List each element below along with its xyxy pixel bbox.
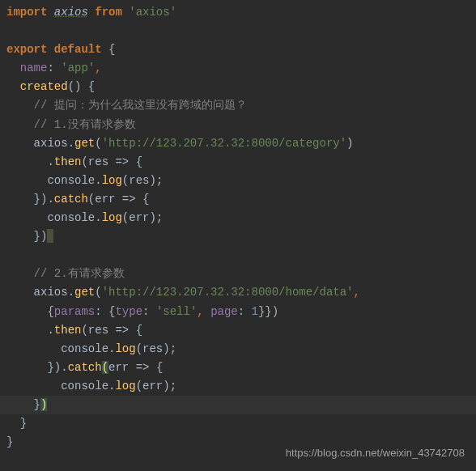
close-brace: } xyxy=(6,435,13,448)
comment: // 1.没有请求参数 xyxy=(34,118,136,131)
identifier-console: console xyxy=(61,380,108,392)
code-line xyxy=(6,246,470,265)
param-err: err xyxy=(108,361,129,374)
method-then: then xyxy=(54,155,82,168)
keyword-import: import xyxy=(6,6,47,19)
code-line: } xyxy=(6,414,470,433)
paren-brace: () { xyxy=(68,80,96,93)
code-line: .then(res => { xyxy=(6,153,470,172)
code-line: export default { xyxy=(6,40,470,59)
method-get: get xyxy=(74,137,95,150)
code-line: // 1.没有请求参数 xyxy=(6,116,470,134)
code-editor: import axios from 'axios' export default… xyxy=(6,3,470,452)
code-line: }) xyxy=(6,227,470,246)
prop-page: page xyxy=(210,305,238,318)
method-log: log xyxy=(102,174,122,187)
string-url: 'http://123.207.32.32:8000/home/data' xyxy=(102,286,354,299)
method-get: get xyxy=(74,286,95,299)
string-literal: 'app' xyxy=(61,62,95,74)
identifier-console: console xyxy=(61,342,108,355)
arrow: => { xyxy=(115,193,149,206)
param-res: res xyxy=(88,155,108,168)
identifier-console: console xyxy=(47,174,95,187)
identifier: axios xyxy=(34,137,68,150)
comment: // 提问：为什么我这里没有跨域的问题？ xyxy=(34,99,247,112)
method-catch: catch xyxy=(68,361,102,374)
method-log: log xyxy=(102,211,122,224)
number-literal: 1 xyxy=(252,305,258,318)
close-paren: }) xyxy=(34,230,48,243)
code-line: }).catch(err => { xyxy=(6,359,470,377)
prop-params: params xyxy=(54,305,95,318)
arrow: => { xyxy=(129,361,163,374)
code-line: console.log(res); xyxy=(6,172,470,190)
highlighted-paren: ) xyxy=(40,398,47,411)
highlighted-paren: ( xyxy=(102,361,108,374)
close-paren: }). xyxy=(47,361,67,374)
arrow: => { xyxy=(108,155,142,168)
code-line: }).catch(err => { xyxy=(6,190,470,209)
method-then: then xyxy=(54,324,82,337)
prop-type: type xyxy=(115,305,142,318)
param-res: res xyxy=(88,324,108,337)
code-line: console.log(res); xyxy=(6,340,470,359)
code-line: .then(res => { xyxy=(6,321,470,340)
module-name: axios xyxy=(54,6,88,19)
keyword-from: from xyxy=(95,6,122,19)
method-created: created xyxy=(20,80,68,93)
arrow: => { xyxy=(108,324,142,337)
code-line: import axios from 'axios' xyxy=(6,3,470,22)
method-catch: catch xyxy=(54,193,88,206)
code-line: }) xyxy=(6,396,470,414)
method-log: log xyxy=(115,380,135,392)
code-line: name: 'app', xyxy=(6,59,470,78)
string-literal: 'sell' xyxy=(156,305,197,318)
method-log: log xyxy=(115,342,135,355)
paren-arg: (err); xyxy=(136,380,176,392)
code-line: console.log(err); xyxy=(6,209,470,227)
prop-name: name xyxy=(20,62,48,74)
code-line xyxy=(6,22,470,40)
close-brace: } xyxy=(20,417,27,430)
close-paren: }). xyxy=(34,193,54,206)
identifier: axios xyxy=(34,286,68,299)
param-err: err xyxy=(95,193,115,206)
code-line: created() { xyxy=(6,78,470,96)
code-line: console.log(err); xyxy=(6,377,470,396)
brace: { xyxy=(102,43,116,56)
identifier-console: console xyxy=(47,211,95,224)
code-line: axios.get('http://123.207.32.32:8000/hom… xyxy=(6,283,470,302)
code-line: axios.get('http://123.207.32.32:8000/cat… xyxy=(6,134,470,153)
paren-arg: (res); xyxy=(122,174,163,187)
watermark: https://blog.csdn.net/weixin_43742708 xyxy=(286,444,465,461)
paren-arg: (res); xyxy=(136,342,176,355)
code-line: {params: {type: 'sell', page: 1}}) xyxy=(6,303,470,321)
string-literal: 'axios' xyxy=(129,6,176,19)
cursor xyxy=(47,229,53,243)
string-url: 'http://123.207.32.32:8000/category' xyxy=(102,137,346,150)
paren-arg: (err); xyxy=(122,211,163,224)
code-line: // 2.有请求参数 xyxy=(6,265,470,283)
comment: // 2.有请求参数 xyxy=(34,267,125,280)
keyword-export: export default xyxy=(6,43,102,56)
close-brace: } xyxy=(34,398,40,411)
code-line: // 提问：为什么我这里没有跨域的问题？ xyxy=(6,96,470,115)
